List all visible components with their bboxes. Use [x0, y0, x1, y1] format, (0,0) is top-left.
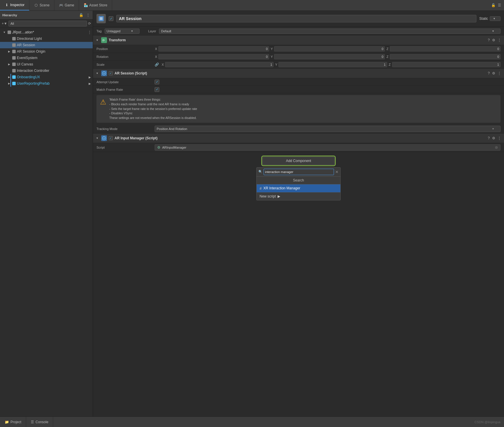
- ar-session-script-menu-icon[interactable]: ⋮: [498, 71, 501, 75]
- rotation-x-letter: X: [155, 55, 158, 58]
- tree-item-ar-session[interactable]: AR Session: [0, 42, 93, 48]
- search-dropdown-area: 🔍 ✕ Search # XR Interaction Manager: [93, 167, 504, 200]
- tree-item-ui-canvas[interactable]: UI Canvas: [0, 61, 93, 67]
- attempt-update-checkbox[interactable]: ✓: [155, 80, 159, 84]
- search-field-icon: 🔍: [258, 170, 262, 174]
- warning-line-3: - Disables VSync: [109, 111, 133, 115]
- add-component-button[interactable]: Add Component: [262, 157, 335, 165]
- transform-icon: ⟳: [101, 37, 107, 43]
- ar-input-manager-checkbox[interactable]: ✓: [109, 136, 113, 140]
- scale-x-group: X: [161, 62, 274, 67]
- ar-input-manager-help-icon[interactable]: ?: [488, 136, 490, 140]
- ar-input-manager-header[interactable]: ▼ ✓ AR Input Manager (Script) ? ⚙ ⋮: [93, 134, 504, 143]
- ar-input-manager-collapse: ▼: [96, 137, 99, 140]
- hierarchy-search-input[interactable]: [8, 21, 87, 26]
- top-tab-bar: ℹ Inspector ⬡ Scene 🎮 Game 🏪 Asset Store…: [0, 0, 504, 11]
- search-dropdown-popup: 🔍 ✕ Search # XR Interaction Manager: [256, 167, 341, 200]
- script-ref-target-icon[interactable]: ◎: [495, 145, 498, 149]
- transform-settings-icon[interactable]: ⚙: [492, 38, 495, 42]
- tree-item-user-reporting[interactable]: UserReportingPrefab ▶: [0, 80, 93, 87]
- svg-rect-0: [8, 31, 11, 34]
- ar-session-script-help-icon[interactable]: ?: [488, 71, 490, 75]
- scale-x-input[interactable]: [165, 62, 274, 67]
- tab-scene[interactable]: ⬡ Scene: [29, 0, 54, 10]
- tag-dropdown-arrow: ▼: [131, 30, 133, 33]
- scale-xyz: 🔗 X Y Z: [155, 62, 501, 67]
- tab-asset-store[interactable]: 🏪 Asset Store: [79, 0, 112, 10]
- ar-input-manager-right-icons: ? ⚙ ⋮: [488, 136, 501, 140]
- onboarding-ux-arrow: ▶: [89, 76, 91, 79]
- tab-game[interactable]: 🎮 Game: [54, 0, 79, 10]
- tree-item-onboarding-ux[interactable]: OnboardingUX ▶: [0, 74, 93, 80]
- tag-layer-row: Tag Untagged ▼ Layer Default ▼: [93, 27, 504, 35]
- hierarchy-panel: Hierarchy 🔓 ⋮ +▼ ⟳ JRpst....ation* ⋮: [0, 11, 93, 417]
- ar-input-manager-menu-icon[interactable]: ⋮: [498, 136, 501, 140]
- script-ref-icon: ⚙: [157, 145, 160, 150]
- menu-icon[interactable]: ☰: [498, 3, 501, 7]
- bottom-bar: 📁 Project ☰ Console CSDN @linpingua: [0, 417, 504, 427]
- position-x-input[interactable]: [158, 46, 269, 51]
- hierarchy-refresh-icon[interactable]: ⟳: [88, 22, 91, 26]
- ar-session-script-collapse: ▼: [96, 72, 99, 75]
- tree-item-dir-light[interactable]: Directional Light: [0, 35, 93, 42]
- onboarding-ux-label: OnboardingUX: [17, 75, 88, 79]
- inspector-panel: ✓ Static ▼ Tag Untagged ▼ Layer Default …: [93, 11, 504, 417]
- tree-item-interaction-ctrl[interactable]: Interaction Controller: [0, 67, 93, 74]
- tab-project[interactable]: 📁 Project: [0, 417, 26, 427]
- position-z-input[interactable]: [390, 46, 501, 51]
- scale-y-letter: Y: [275, 63, 278, 66]
- ar-input-manager-settings-icon[interactable]: ⚙: [492, 136, 495, 140]
- event-system-icon: [12, 56, 16, 60]
- ar-session-script-settings-icon[interactable]: ⚙: [492, 71, 495, 75]
- position-label: Position: [96, 47, 155, 51]
- scene-root-icon: [7, 30, 12, 35]
- rotation-y-input[interactable]: [274, 54, 385, 59]
- ar-session-script-header[interactable]: ▼ ✓ AR Session (Script) ? ⚙ ⋮: [93, 69, 504, 78]
- transform-component-header[interactable]: ▼ ⟳ Transform ? ⚙ ⋮: [93, 35, 504, 45]
- ar-session-label: AR Session: [17, 43, 93, 47]
- console-icon: ☰: [31, 420, 34, 424]
- lock-icon[interactable]: 🔓: [491, 3, 496, 7]
- search-field-row: 🔍 ✕: [257, 168, 340, 177]
- tree-item-ar-session-origin[interactable]: AR Session Origin: [0, 48, 93, 55]
- tag-label: Tag: [96, 29, 102, 33]
- tree-arrow-scene-root: [2, 30, 6, 34]
- transform-help-icon[interactable]: ?: [488, 38, 490, 42]
- hierarchy-add-icon[interactable]: +▼: [2, 22, 7, 26]
- match-frame-rate-checkbox[interactable]: ✓: [155, 87, 159, 92]
- tree-item-scene-root[interactable]: JRpst....ation* ⋮: [0, 29, 93, 35]
- hierarchy-title: Hierarchy: [2, 13, 77, 17]
- rotation-z-input[interactable]: [390, 54, 501, 59]
- ar-session-script-checkbox[interactable]: ✓: [109, 71, 113, 75]
- scene-root-dots[interactable]: ⋮: [86, 30, 93, 35]
- script-ref[interactable]: ⚙ ARInputManager ◎: [155, 144, 501, 151]
- scale-x-letter: X: [161, 63, 164, 66]
- tag-dropdown[interactable]: Untagged ▼: [105, 29, 140, 34]
- search-clear-button[interactable]: ✕: [335, 170, 339, 174]
- scale-z-input[interactable]: [392, 62, 501, 67]
- inspector-icon: ℹ: [5, 3, 9, 7]
- object-name-field[interactable]: [116, 15, 476, 22]
- xr-interaction-manager-item[interactable]: # XR Interaction Manager: [257, 184, 340, 192]
- dir-light-icon: [12, 36, 16, 41]
- tree-item-event-system[interactable]: EventSystem: [0, 55, 93, 61]
- hierarchy-menu-icon[interactable]: ⋮: [86, 13, 90, 18]
- rotation-x-input[interactable]: [158, 54, 269, 59]
- scale-lock-icon[interactable]: 🔗: [155, 63, 159, 67]
- tab-console[interactable]: ☰ Console: [26, 417, 53, 427]
- object-enabled-checkbox[interactable]: ✓: [109, 16, 113, 21]
- hierarchy-lock-icon[interactable]: 🔓: [78, 13, 84, 18]
- position-y-input[interactable]: [274, 46, 385, 51]
- warning-box: ⚠ 'Match Frame Rate' does three things: …: [96, 95, 501, 123]
- tracking-mode-dropdown[interactable]: Position And Rotation ▼: [155, 126, 501, 132]
- static-dropdown[interactable]: ▼: [490, 16, 501, 21]
- search-label-item[interactable]: Search: [257, 177, 340, 184]
- component-search-input[interactable]: [264, 169, 334, 175]
- tab-inspector[interactable]: ℹ Inspector: [0, 0, 29, 10]
- layer-dropdown[interactable]: Default ▼: [159, 29, 501, 34]
- transform-menu-icon[interactable]: ⋮: [498, 38, 501, 42]
- new-script-item[interactable]: New script ▶: [257, 192, 340, 200]
- script-field-row: Script ⚙ ARInputManager ◎: [93, 143, 504, 152]
- warning-line-4: These settings are not reverted when the…: [109, 116, 197, 120]
- scale-y-input[interactable]: [278, 62, 387, 67]
